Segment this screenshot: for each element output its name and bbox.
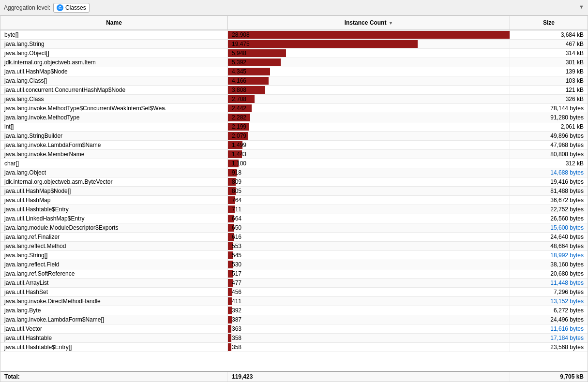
- cell-count: 5,948: [228, 49, 510, 58]
- table-row[interactable]: java.lang.invoke.DirectMethodHandle41113…: [0, 297, 588, 306]
- sort-desc-icon: ▼: [388, 20, 393, 26]
- aggregation-value: Classes: [65, 4, 86, 11]
- table-row[interactable]: java.lang.invoke.LambdaForm$Name1,49947,…: [0, 141, 588, 150]
- cell-size: 13,152 bytes: [510, 297, 588, 306]
- count-value: 918: [230, 169, 241, 176]
- table-row[interactable]: java.lang.Class2,708326 kB: [0, 95, 588, 104]
- table-row[interactable]: java.util.Hashtable$Entry[]35823,568 byt…: [0, 343, 588, 352]
- table-row[interactable]: java.util.Hashtable$Entry71122,752 bytes: [0, 205, 588, 214]
- cell-size: 326 kB: [510, 95, 588, 103]
- table-row[interactable]: jdk.internal.org.objectweb.asm.Item5,392…: [0, 58, 588, 67]
- cell-count: 477: [228, 279, 510, 287]
- table-row[interactable]: java.lang.reflect.Field53038,160 bytes: [0, 260, 588, 269]
- table-row[interactable]: java.util.ArrayList47711,448 bytes: [0, 279, 588, 288]
- table-row[interactable]: java.lang.Byte3926,272 bytes: [0, 306, 588, 315]
- count-value: 5,392: [230, 59, 246, 66]
- main-content: Name Instance Count ▼ Size byte[]28,9083…: [0, 15, 588, 382]
- cell-count: 2,079: [228, 132, 510, 140]
- table-row[interactable]: java.util.HashMap76436,672 bytes: [0, 196, 588, 205]
- col-instance-count[interactable]: Instance Count ▼: [228, 16, 510, 29]
- cell-count: 392: [228, 306, 510, 315]
- cell-size: 22,752 bytes: [510, 205, 588, 214]
- count-value: 1,443: [230, 151, 246, 158]
- table-row[interactable]: jdk.internal.org.objectweb.asm.ByteVecto…: [0, 177, 588, 187]
- count-value: 553: [230, 243, 241, 250]
- table-row[interactable]: java.lang.ref.Finalizer61624,640 bytes: [0, 233, 588, 242]
- count-value: 664: [230, 215, 241, 222]
- table-row[interactable]: java.util.Hashtable35817,184 bytes: [0, 334, 588, 343]
- cell-name: java.lang.String[]: [0, 251, 228, 260]
- cell-size: 6,272 bytes: [510, 306, 588, 315]
- count-value: 392: [230, 307, 241, 314]
- table-row[interactable]: java.lang.ref.SoftReference51720,680 byt…: [0, 269, 588, 279]
- table-row[interactable]: char[]1,100312 kB: [0, 159, 588, 168]
- count-value: 358: [230, 344, 241, 351]
- cell-size: 38,160 bytes: [510, 260, 588, 269]
- cell-size: 139 kB: [510, 67, 588, 76]
- table-row[interactable]: java.lang.Object[]5,948314 kB: [0, 49, 588, 58]
- cell-size: 24,640 bytes: [510, 233, 588, 241]
- table-row[interactable]: java.lang.invoke.MethodType$ConcurrentWe…: [0, 104, 588, 113]
- cell-size: 103 kB: [510, 76, 588, 85]
- table-row[interactable]: byte[]28,9083,684 kB: [0, 30, 588, 40]
- table-row[interactable]: java.lang.module.ModuleDescriptor$Export…: [0, 223, 588, 233]
- cell-name: java.lang.ref.Finalizer: [0, 233, 228, 241]
- cell-size: 49,896 bytes: [510, 132, 588, 140]
- table-row[interactable]: java.lang.invoke.LambdaForm$Name[]38724,…: [0, 315, 588, 324]
- cell-count: 28,908: [228, 30, 510, 39]
- table-row[interactable]: java.lang.Object91814,688 bytes: [0, 168, 588, 177]
- cell-name: java.lang.ref.SoftReference: [0, 269, 228, 278]
- table-row[interactable]: java.lang.invoke.MethodType2,28291,280 b…: [0, 113, 588, 122]
- aggregation-label: Aggregation level:: [4, 4, 50, 11]
- count-value: 363: [230, 325, 241, 332]
- table-row[interactable]: java.util.HashSet4567,296 bytes: [0, 288, 588, 297]
- cell-size: 11,616 bytes: [510, 324, 588, 333]
- table-body[interactable]: byte[]28,9083,684 kBjava.lang.String19,4…: [0, 30, 588, 371]
- table-row[interactable]: int[]2,1992,061 kB: [0, 122, 588, 132]
- cell-name: java.lang.reflect.Method: [0, 242, 228, 250]
- col-size[interactable]: Size: [510, 16, 588, 29]
- table-row[interactable]: java.lang.Class[]4,166103 kB: [0, 76, 588, 86]
- cell-count: 3,808: [228, 86, 510, 94]
- cell-size: 301 kB: [510, 58, 588, 67]
- table-row[interactable]: java.lang.String19,475467 kB: [0, 40, 588, 49]
- cell-size: 24,496 bytes: [510, 315, 588, 324]
- total-size: 9,705 kB: [510, 372, 588, 382]
- cell-name: java.util.HashMap$Node[]: [0, 187, 228, 195]
- cell-count: 2,442: [228, 104, 510, 113]
- count-value: 616: [230, 234, 241, 240]
- table-row[interactable]: java.util.HashMap$Node4,345139 kB: [0, 67, 588, 76]
- cell-name: java.lang.invoke.LambdaForm$Name: [0, 141, 228, 149]
- aggregation-dropdown[interactable]: C Classes: [53, 3, 90, 13]
- count-value: 477: [230, 279, 241, 286]
- cell-name: java.util.Hashtable$Entry: [0, 205, 228, 214]
- cell-name: java.lang.Class: [0, 95, 228, 103]
- cell-name: java.lang.Object: [0, 168, 228, 177]
- cell-name: java.util.Hashtable: [0, 334, 228, 342]
- table-row[interactable]: java.lang.String[]54518,992 bytes: [0, 251, 588, 260]
- cell-size: 15,600 bytes: [510, 223, 588, 232]
- table-row[interactable]: java.lang.reflect.Method55348,664 bytes: [0, 242, 588, 251]
- table-row[interactable]: java.util.LinkedHashMap$Entry66426,560 b…: [0, 214, 588, 223]
- count-value: 456: [230, 289, 241, 295]
- table-row[interactable]: java.lang.invoke.MemberName1,44380,808 b…: [0, 150, 588, 159]
- cell-name: int[]: [0, 122, 228, 131]
- table-row[interactable]: java.util.HashMap$Node[]80581,488 bytes: [0, 187, 588, 196]
- table-row[interactable]: java.util.Vector36311,616 bytes: [0, 324, 588, 334]
- cell-count: 918: [228, 168, 510, 177]
- cell-size: 47,968 bytes: [510, 141, 588, 149]
- cell-count: 650: [228, 223, 510, 232]
- count-value: 5,948: [230, 50, 246, 57]
- cell-name: java.util.ArrayList: [0, 279, 228, 287]
- table-header: Name Instance Count ▼ Size: [0, 16, 588, 30]
- cell-count: 411: [228, 297, 510, 306]
- cell-size: 7,296 bytes: [510, 288, 588, 296]
- count-value: 1,100: [230, 160, 246, 167]
- cell-count: 387: [228, 315, 510, 324]
- count-value: 2,079: [230, 132, 246, 139]
- count-value: 711: [230, 206, 241, 213]
- col-name[interactable]: Name: [0, 16, 228, 29]
- cell-name: java.lang.Class[]: [0, 76, 228, 85]
- table-row[interactable]: java.util.concurrent.ConcurrentHashMap$N…: [0, 86, 588, 95]
- table-row[interactable]: java.lang.StringBuilder2,07949,896 bytes: [0, 132, 588, 141]
